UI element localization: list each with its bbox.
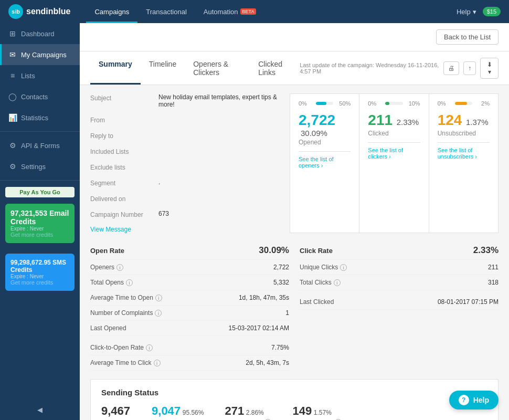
see-unsubscribers-link[interactable]: See the list of unsubscribers › — [438, 142, 490, 160]
tabs: Summary Timeline Openers & Clickers Clic… — [90, 51, 300, 85]
sidebar-item-contacts[interactable]: ◯ Contacts — [0, 86, 80, 107]
clicked-count: 211 — [368, 112, 393, 128]
sms-credits-amount: 99,298,672.95 SMS Credits — [10, 259, 69, 274]
campaign-info-left: Subject New holiday email templates, exp… — [90, 93, 279, 233]
clicked-bar-left: 0% — [368, 100, 381, 107]
back-to-list-button[interactable]: Back to the List — [436, 29, 499, 45]
cto-rate-info-icon[interactable]: i — [146, 344, 153, 351]
nav-transactional[interactable]: Transactional — [137, 0, 195, 23]
logo-text: sendinblue — [26, 7, 70, 16]
complaints-info-icon[interactable]: i — [155, 310, 162, 317]
sidebar-item-dashboard[interactable]: ⊞ Dashboard — [0, 23, 80, 44]
download-button[interactable]: ⬇ ▾ — [480, 58, 499, 79]
stat-card-clicked: 0% 10% 211 2.33% Clicked See the list of… — [359, 93, 429, 233]
nav-campaigns[interactable]: Campaigns — [86, 0, 137, 23]
email-get-more-link[interactable]: Get more credits — [10, 232, 69, 238]
dashboard-icon: ⊞ — [8, 29, 17, 38]
delivered-number: 9,047 — [152, 404, 181, 417]
chevron-down-icon: ▾ — [473, 8, 476, 16]
tab-openers-clickers[interactable]: Openers & Clickers — [185, 51, 250, 85]
total-opens-row: Total Opens i 5,332 — [90, 275, 289, 290]
sidebar-collapse-btn[interactable]: ◀ — [0, 400, 80, 420]
see-clickers-link[interactable]: See the list of clickers › — [368, 142, 420, 160]
tabs-bar: Summary Timeline Openers & Clickers Clic… — [80, 51, 509, 85]
last-opened-row: Last Opened 15-03-2017 02:14 AM — [90, 321, 289, 336]
open-rate-value: 30.09% — [259, 245, 289, 256]
info-delivered-on: Delivered on — [90, 194, 279, 203]
subject-label: Subject — [90, 93, 158, 108]
help-floating-label: Help — [473, 396, 489, 404]
hard-bounced-pct: 1.57% — [314, 409, 332, 416]
avg-time-click-row: Average Time to Click i 2d, 5h, 43m, 7s — [90, 355, 289, 371]
unsub-count: 124 — [438, 112, 462, 128]
click-rate-label: Click Rate — [300, 247, 333, 255]
unique-clicks-label: Unique Clicks i — [300, 264, 347, 271]
unsub-bar: 0% 2% — [438, 100, 490, 107]
tab-summary[interactable]: Summary — [90, 51, 141, 85]
view-message-link[interactable]: View Message — [90, 226, 279, 233]
stats-table-right: Click Rate 2.33% Unique Clicks i 211 Tot… — [300, 242, 499, 371]
info-campaign-number: Campaign Number 673 — [90, 210, 279, 218]
avg-time-open-row: Average Time to Open i 1d, 18h, 47m, 35s — [90, 290, 289, 306]
see-openers-link[interactable]: See the list of openers › — [299, 151, 351, 169]
sidebar-item-settings[interactable]: ⚙ Settings — [0, 156, 80, 177]
clicked-bar-fill — [385, 102, 389, 105]
share-button[interactable]: ↑ — [463, 61, 476, 75]
last-opened-value: 15-03-2017 02:14 AM — [229, 324, 289, 332]
total-clicks-value: 318 — [488, 279, 499, 286]
opened-bar-fill — [316, 102, 326, 105]
pay-as-you-go-badge: Pay As You Go — [5, 187, 75, 197]
last-opened-label: Last Opened — [90, 324, 126, 332]
credits-badge[interactable]: $15 — [483, 7, 501, 16]
openers-info-icon[interactable]: i — [116, 264, 123, 271]
open-rate-row: Open Rate 30.09% — [90, 242, 289, 260]
lists-icon: ≡ — [8, 71, 17, 80]
campaign-info-row: Subject New holiday email templates, exp… — [90, 93, 499, 233]
sms-credits-block: 99,298,672.95 SMS Credits Expire : Never… — [5, 254, 75, 291]
content-area: Back to the List Summary Timeline Opener… — [80, 23, 509, 420]
sms-get-more-link[interactable]: Get more credits — [10, 279, 69, 286]
stats-table-left: Open Rate 30.09% Openers i 2,722 Total O… — [90, 242, 289, 371]
avg-time-open-info-icon[interactable]: i — [155, 295, 162, 301]
unsub-label: Unsubscribed — [438, 130, 490, 137]
avg-time-click-value: 2d, 5h, 43m, 7s — [246, 359, 289, 366]
nav-automation[interactable]: Automation BETA — [195, 0, 265, 23]
subject-value: New holiday email templates, expert tips… — [158, 93, 279, 108]
cto-rate-value: 7.75% — [271, 344, 289, 351]
unique-clicks-info-icon[interactable]: i — [340, 264, 347, 271]
info-subject: Subject New holiday email templates, exp… — [90, 93, 279, 108]
sidebar-item-lists[interactable]: ≡ Lists — [0, 65, 80, 86]
info-included-lists: Included Lists — [90, 147, 279, 155]
spacer-row — [90, 336, 289, 340]
tab-clicked-links[interactable]: Clicked Links — [250, 51, 300, 85]
api-icon: ⚙ — [8, 141, 17, 150]
logo[interactable]: sib sendinblue — [8, 4, 70, 19]
help-floating-button[interactable]: ? Help — [449, 391, 499, 410]
content-header: Back to the List — [80, 23, 509, 51]
tab-actions: Last update of the campaign: Wednesday 1… — [300, 58, 499, 79]
opened-bar-right: 50% — [337, 100, 351, 107]
help-menu[interactable]: Help ▾ — [457, 8, 476, 16]
delivered-on-label: Delivered on — [90, 194, 158, 203]
avg-time-click-info-icon[interactable]: i — [154, 360, 161, 366]
tab-timeline[interactable]: Timeline — [141, 51, 185, 85]
print-button[interactable]: 🖨 — [443, 61, 459, 75]
unsub-pct: 1.37% — [466, 118, 489, 127]
delivered-number-row: 9,047 95.56% — [152, 404, 204, 418]
sidebar: ⊞ Dashboard ✉ My Campaigns ≡ Lists ◯ Con… — [0, 23, 80, 420]
complaints-row: Number of Complaints i 1 — [90, 306, 289, 321]
sidebar-item-my-campaigns[interactable]: ✉ My Campaigns — [0, 44, 80, 65]
click-rate-row: Click Rate 2.33% — [300, 242, 499, 260]
total-opens-info-icon[interactable]: i — [126, 279, 133, 286]
sidebar-item-api-forms[interactable]: ⚙ API & Forms — [0, 135, 80, 156]
total-clicks-info-icon[interactable]: i — [334, 279, 341, 286]
sidebar-item-statistics[interactable]: 📊 Statistics — [0, 107, 80, 128]
contacts-icon: ◯ — [8, 92, 17, 101]
opened-bar: 0% 50% — [299, 100, 351, 107]
cto-rate-row: Click-to-Open Rate i 7.75% — [90, 340, 289, 355]
segment-label: Segment — [90, 178, 158, 187]
open-rate-label: Open Rate — [90, 247, 124, 255]
right-spacer-row — [300, 290, 499, 295]
campaign-number-label: Campaign Number — [90, 210, 158, 218]
sending-status-title: Sending Status — [101, 388, 487, 397]
